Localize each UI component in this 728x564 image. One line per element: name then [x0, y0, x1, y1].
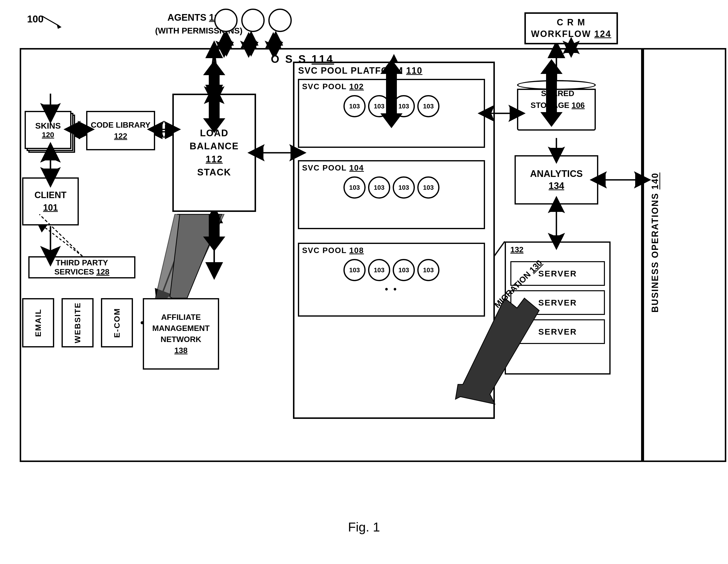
third-party-label: THIRD PARTY SERVICES 128 [30, 258, 134, 276]
crm-label: C R M WORKFLOW 124 [526, 17, 616, 40]
email-box: EMAIL [22, 298, 54, 348]
analytics-label: ANALYTICS 134 [530, 168, 583, 192]
svc-pool-102: SVC POOL 102 103 103 103 103 [298, 79, 485, 148]
code-library-box: CODE LIBRARY 122 [86, 111, 155, 150]
svc-pool-dots: • • [299, 283, 484, 296]
node-102-2: 103 [368, 95, 390, 117]
affiliate-label: AFFILIATE MANAGEMENT NETWORK 138 [146, 312, 215, 356]
node-108-3: 103 [393, 259, 415, 281]
node-104-4: 103 [417, 176, 439, 198]
server-cluster-box: 132 SERVER SERVER SERVER [505, 241, 611, 375]
service-items: EMAIL WEBSITE E-COM • • [22, 298, 158, 348]
agent-circle-1 [214, 9, 238, 32]
node-108-2: 103 [368, 259, 390, 281]
svg-marker-32 [57, 24, 62, 29]
node-104-2: 103 [368, 176, 390, 198]
diagram: 100 O S S 114 BUSINESS OPERATIONS 140 C … [0, 0, 728, 564]
third-party-box: THIRD PARTY SERVICES 128 [28, 256, 135, 278]
affiliate-box: AFFILIATE MANAGEMENT NETWORK 138 [143, 298, 219, 370]
ecom-box: E-COM [101, 298, 133, 348]
node-108-1: 103 [343, 259, 366, 281]
agent-circles [214, 9, 292, 32]
client-box: CLIENT 101 [22, 177, 79, 225]
svc-pool-108-label: SVC POOL 108 [299, 244, 484, 257]
skins-paper-front: SKINS 120 [25, 111, 71, 149]
svc-pool-102-label: SVC POOL 102 [299, 80, 484, 93]
oss-label: O S S 114 [271, 53, 334, 65]
node-circles-104: 103 103 103 103 [299, 174, 484, 200]
shared-storage-label: SHARED STORAGE 106 [518, 87, 597, 111]
ref-arrow-100 [39, 14, 69, 33]
server-box-3: SERVER [510, 319, 605, 344]
node-circles-102: 103 103 103 103 [299, 93, 484, 119]
client-label: CLIENT 101 [34, 189, 66, 214]
node-104-3: 103 [393, 176, 415, 198]
svc-pool-104-label: SVC POOL 104 [299, 161, 484, 174]
node-102-1: 103 [343, 95, 366, 117]
server-box-2: SERVER [510, 290, 605, 315]
fig-label: Fig. 1 [348, 520, 380, 534]
node-circles-108: 103 103 103 103 [299, 257, 484, 283]
code-library-label: CODE LIBRARY 122 [91, 119, 150, 142]
svc-pool-108: SVC POOL 108 103 103 103 103 • • [298, 243, 485, 317]
node-102-4: 103 [417, 95, 439, 117]
svc-pool-104: SVC POOL 104 103 103 103 103 [298, 160, 485, 229]
crm-box: C R M WORKFLOW 124 [524, 12, 618, 44]
node-102-3: 103 [393, 95, 415, 117]
agent-circle-3 [268, 9, 292, 32]
node-108-4: 103 [417, 259, 439, 281]
agent-circle-2 [241, 9, 265, 32]
svg-line-31 [42, 16, 59, 26]
node-104-1: 103 [343, 176, 366, 198]
load-balance-label: LOADBALANCE112STACK [190, 127, 239, 179]
load-balance-box: LOADBALANCE112STACK [172, 94, 256, 212]
business-ops-label: BUSINESS OPERATIONS 140 [650, 172, 662, 313]
website-box: WEBSITE [62, 298, 94, 348]
svc-platform-label: SVC POOL PLATFORM 110 [294, 63, 493, 78]
analytics-box: ANALYTICS 134 [515, 155, 598, 204]
server-cluster-ref: 132 [506, 243, 609, 257]
